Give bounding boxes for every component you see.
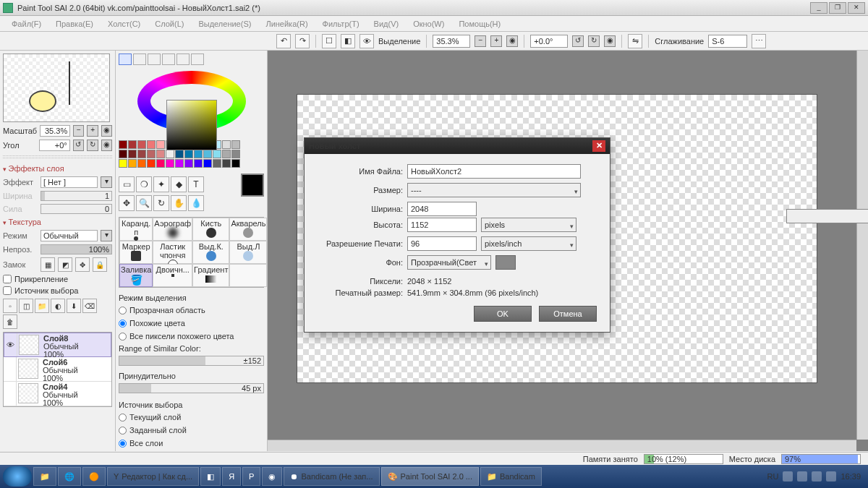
color-swatch[interactable] bbox=[203, 159, 212, 168]
angle-ccw-button[interactable]: ↺ bbox=[73, 140, 84, 151]
menu-help[interactable]: Помощь(H) bbox=[453, 18, 506, 30]
hand-tool[interactable]: ✋ bbox=[171, 195, 187, 211]
minimize-button[interactable]: _ bbox=[810, 2, 827, 14]
task-app2[interactable]: Я bbox=[222, 467, 241, 486]
lasso-tool[interactable]: ❍ bbox=[136, 176, 152, 192]
color-swatch[interactable] bbox=[156, 140, 165, 149]
color-swatch[interactable] bbox=[156, 159, 165, 168]
task-sai[interactable]: 🎨Paint Tool SAI 2.0 ... bbox=[381, 467, 479, 486]
rotate-tool[interactable]: ↻ bbox=[153, 195, 169, 211]
blend-mode-dropdown-button[interactable]: ▾ bbox=[101, 230, 112, 241]
filename-input[interactable]: НовыйХолст2 bbox=[407, 164, 581, 179]
visibility-icon[interactable]: 👁 bbox=[4, 333, 17, 356]
smoothing-select[interactable]: S-6 bbox=[708, 35, 747, 48]
text-tool[interactable]: T bbox=[188, 176, 204, 192]
effect-dropdown-button[interactable]: ▾ bbox=[101, 176, 112, 188]
zoom-in-button[interactable]: + bbox=[490, 35, 502, 47]
foreground-color-swatch[interactable] bbox=[241, 174, 264, 197]
redo-button[interactable]: ↷ bbox=[295, 34, 310, 48]
visibility-icon[interactable] bbox=[4, 382, 17, 406]
color-swatch[interactable] bbox=[231, 150, 240, 158]
vertical-scrollbar[interactable] bbox=[856, 51, 868, 440]
color-square[interactable] bbox=[166, 100, 217, 150]
menu-view[interactable]: Вид(V) bbox=[368, 18, 405, 30]
brush-binary[interactable]: Двоичн... bbox=[153, 264, 192, 287]
zoom-fit-button[interactable]: ◉ bbox=[506, 35, 518, 47]
select-source-checkbox[interactable]: Источник выбора bbox=[3, 286, 112, 296]
color-swatch[interactable] bbox=[194, 159, 203, 168]
height-input[interactable]: 1152 bbox=[407, 218, 477, 232]
close-button[interactable]: ✕ bbox=[848, 2, 865, 14]
color-swatch[interactable] bbox=[119, 150, 127, 158]
color-hsv-tab[interactable] bbox=[148, 53, 161, 65]
layer-fx-header[interactable]: Эффекты слоя bbox=[3, 163, 112, 174]
rect-select-tool[interactable]: ▭ bbox=[119, 176, 135, 192]
size-preset-select[interactable]: ---- bbox=[407, 183, 581, 197]
background-select[interactable]: Прозрачный(Свет bbox=[407, 255, 491, 270]
blend-mode-select[interactable]: Обычный bbox=[41, 230, 98, 241]
color-swatch-tab[interactable] bbox=[176, 53, 190, 65]
color-swatch[interactable] bbox=[137, 150, 146, 158]
color-swatch[interactable] bbox=[222, 159, 231, 168]
lock-all-button[interactable]: 🔒 bbox=[93, 257, 107, 272]
brush-brush[interactable]: Кисть bbox=[192, 218, 229, 241]
eyedropper-tool[interactable]: 💧 bbox=[188, 195, 204, 211]
color-swatch[interactable] bbox=[128, 150, 137, 158]
tray-icon[interactable] bbox=[783, 471, 793, 481]
effect-select[interactable]: [ Нет ] bbox=[41, 176, 98, 188]
color-swatch[interactable] bbox=[119, 140, 127, 149]
menu-layer[interactable]: Слой(L) bbox=[149, 18, 190, 30]
menu-filter[interactable]: Фильтр(T) bbox=[317, 18, 365, 30]
task-bandicam-folder[interactable]: 📁Bandicam bbox=[480, 467, 542, 486]
wand-tool[interactable]: ✦ bbox=[153, 176, 169, 192]
menu-file[interactable]: Файл(F) bbox=[6, 18, 47, 30]
undo-button[interactable]: ↶ bbox=[276, 34, 291, 48]
menu-selection[interactable]: Выделение(S) bbox=[192, 18, 257, 30]
color-swatch[interactable] bbox=[128, 140, 137, 149]
dialog-close-button[interactable]: ✕ bbox=[592, 140, 605, 152]
texture-header[interactable]: Текстура bbox=[3, 216, 112, 228]
maximize-button[interactable]: ❐ bbox=[829, 2, 846, 14]
clear-layer-button[interactable]: ⌫ bbox=[82, 299, 97, 313]
rotate-ccw-button[interactable]: ↺ bbox=[572, 35, 584, 47]
layer-mask-button[interactable]: ◐ bbox=[51, 299, 65, 313]
scale-field[interactable]: 35.3% bbox=[40, 125, 70, 137]
srcsel-specified-radio[interactable]: Заданный слой bbox=[119, 425, 264, 435]
menu-canvas[interactable]: Холст(C) bbox=[102, 18, 146, 30]
color-swatch[interactable] bbox=[231, 159, 240, 168]
visibility-icon[interactable] bbox=[4, 357, 17, 381]
color-swatch[interactable] bbox=[222, 140, 231, 149]
color-swatch[interactable] bbox=[213, 159, 221, 168]
color-swatch[interactable] bbox=[147, 159, 156, 168]
background-color-swatch[interactable] bbox=[495, 255, 516, 270]
color-swatch[interactable] bbox=[147, 140, 156, 149]
scale-minus-button[interactable]: − bbox=[73, 125, 84, 137]
color-wheel-tab[interactable] bbox=[119, 53, 132, 65]
color-swatch[interactable] bbox=[137, 140, 146, 149]
new-vector-layer-button[interactable]: ◫ bbox=[19, 299, 33, 313]
lock-move-button[interactable]: ✥ bbox=[75, 257, 90, 272]
task-steam[interactable]: ◉ bbox=[262, 467, 282, 486]
visibility-icon[interactable] bbox=[4, 406, 17, 407]
color-swatch[interactable] bbox=[175, 150, 184, 158]
color-swatch[interactable] bbox=[147, 150, 156, 158]
unit-select[interactable]: pixels bbox=[481, 218, 576, 232]
color-swatch[interactable] bbox=[184, 159, 193, 168]
brush-eraser[interactable]: Ластик чпончя bbox=[153, 241, 192, 264]
invert-sel-button[interactable]: ◧ bbox=[341, 34, 355, 48]
tray-icon[interactable] bbox=[797, 471, 807, 481]
color-swatch[interactable] bbox=[137, 159, 146, 168]
color-rgb-tab[interactable] bbox=[133, 53, 146, 65]
clock[interactable]: 16:39 bbox=[841, 472, 861, 481]
color-swatch[interactable] bbox=[213, 150, 221, 158]
task-bandicam-rec[interactable]: ⏺Bandicam (Не зап... bbox=[284, 467, 379, 486]
color-swatch[interactable] bbox=[166, 159, 174, 168]
shape-tool[interactable]: ◆ bbox=[171, 176, 187, 192]
brush-bucket[interactable]: Заливка🪣 bbox=[119, 264, 153, 287]
range-slider[interactable]: ±152 bbox=[119, 356, 264, 366]
ok-button[interactable]: OK bbox=[474, 306, 532, 322]
navigator-preview[interactable] bbox=[3, 53, 110, 122]
layer-item[interactable]: Слой4Обычный100% bbox=[4, 382, 111, 406]
tray-volume-icon[interactable] bbox=[826, 471, 836, 481]
scale-plus-button[interactable]: + bbox=[87, 125, 98, 137]
